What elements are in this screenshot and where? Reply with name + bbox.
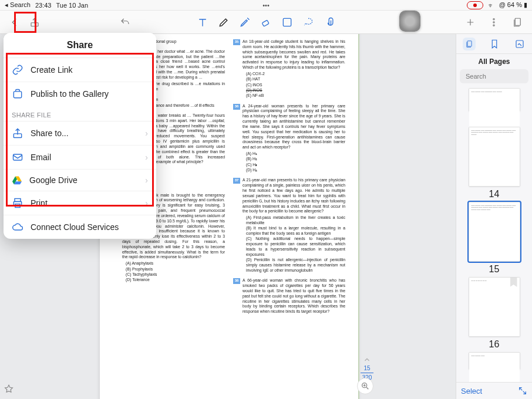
top-toolbar bbox=[0, 11, 532, 34]
row-label: Connect Cloud Services bbox=[31, 222, 119, 232]
battery-label: @ 64 % ▮ bbox=[499, 1, 527, 9]
chevron-right-icon: › bbox=[145, 198, 148, 208]
pages-sidebar: All Pages ▬▬ ▬▬▬ ▬▬ ▬▬▬▬ ▬▬ ▬▬▬ 13 ▬▬ ▬▬… bbox=[456, 34, 532, 399]
add-button[interactable] bbox=[462, 13, 479, 31]
row-label: Email bbox=[31, 153, 51, 162]
sidebar-title: All Pages bbox=[456, 54, 532, 69]
email-row[interactable]: Email › bbox=[4, 145, 156, 169]
more-button[interactable] bbox=[485, 13, 503, 31]
text-tool-icon[interactable] bbox=[195, 15, 210, 30]
row-label: Share to... bbox=[31, 129, 69, 138]
cloud-icon bbox=[12, 221, 23, 233]
print-icon bbox=[12, 197, 23, 209]
share-to-row[interactable]: Share to... › bbox=[4, 121, 156, 145]
shapes-tool-icon[interactable] bbox=[280, 15, 295, 30]
page-thumbnail[interactable]: ▬▬ ▬▬▬ ▬▬ ▬▬▬▬ ▬▬ ▬▬▬ bbox=[469, 88, 520, 111]
svg-rect-2 bbox=[283, 18, 291, 26]
chevron-right-icon: › bbox=[145, 129, 148, 138]
svg-point-5 bbox=[493, 21, 494, 22]
svg-point-6 bbox=[493, 25, 494, 26]
status-bar: ◂ Search 23:43 Tue 10 Jan ••• ᯤ @ 64 % ▮ bbox=[0, 0, 532, 11]
back-button[interactable] bbox=[6, 13, 23, 31]
google-drive-icon bbox=[12, 175, 22, 185]
question-number: 38 bbox=[233, 278, 240, 284]
expand-icon[interactable] bbox=[518, 386, 527, 395]
svg-point-4 bbox=[493, 18, 494, 19]
page-thumbnail[interactable]: ▬▬ ▬▬▬ ▬▬ ▬▬▬▬ ▬▬ ▬▬▬ ▬▬ ▬▬▬ ▬▬ ▬▬▬▬ ▬▬ … bbox=[469, 127, 520, 187]
search-input[interactable] bbox=[466, 73, 532, 80]
highlighter-tool-icon[interactable] bbox=[237, 15, 252, 30]
chevron-up-icon[interactable] bbox=[363, 356, 371, 364]
svg-rect-15 bbox=[15, 199, 21, 202]
page-thumbnail[interactable]: ▬ ▬ ▬ ▬ ▬ ▬ ▬ bbox=[469, 277, 520, 337]
favorite-button[interactable] bbox=[4, 384, 14, 397]
gallery-icon bbox=[12, 88, 23, 100]
page-thumbnail[interactable]: ▬▬ ▬▬▬ ▬▬ ▬▬▬▬ ▬▬ ▬▬▬ ▬▬ ▬▬▬ ▬▬ ▬▬▬▬ ▬▬ … bbox=[469, 202, 520, 262]
zoom-button[interactable] bbox=[357, 378, 373, 394]
chevron-right-icon: › bbox=[145, 175, 148, 185]
bookmarks-tab[interactable] bbox=[488, 38, 501, 50]
google-drive-row[interactable]: Google Drive › bbox=[4, 169, 156, 191]
svg-rect-12 bbox=[14, 92, 21, 98]
section-header: SHARE FILE bbox=[4, 106, 156, 121]
eraser-tool-icon[interactable] bbox=[258, 15, 274, 30]
select-pages-button[interactable]: Select bbox=[461, 387, 482, 395]
svg-rect-9 bbox=[467, 40, 472, 46]
question-number: 36 bbox=[233, 104, 240, 110]
screen-record-indicator[interactable] bbox=[467, 1, 483, 9]
sidebar-search[interactable] bbox=[460, 69, 528, 83]
email-icon bbox=[12, 151, 23, 163]
row-label: Google Drive bbox=[29, 175, 78, 185]
thumbnail-page-number: 14 bbox=[489, 189, 500, 200]
cloud-services-row[interactable]: Connect Cloud Services bbox=[4, 215, 156, 239]
thumbnails-tab[interactable] bbox=[463, 38, 476, 50]
page-thumbnail[interactable]: ▬▬ ▬▬▬ ▬▬ bbox=[469, 352, 520, 370]
publish-gallery-row[interactable]: Publish to the Gallery bbox=[4, 82, 156, 106]
pen-tool-icon[interactable] bbox=[216, 15, 231, 30]
create-link-row[interactable]: Create Link bbox=[4, 58, 156, 82]
svg-rect-7 bbox=[515, 18, 520, 25]
page-right-column: 35 An 18-year-old college student is han… bbox=[233, 39, 345, 315]
print-row[interactable]: Print › bbox=[4, 191, 156, 215]
drawing-tools bbox=[195, 15, 337, 30]
wifi-icon: ᯤ bbox=[488, 2, 494, 9]
svg-rect-1 bbox=[262, 20, 269, 26]
assistive-touch-icon[interactable] bbox=[399, 11, 420, 32]
popover-title: Share bbox=[4, 33, 156, 58]
pages-panel-button[interactable] bbox=[509, 13, 526, 31]
share-popover: Share Create Link Publish to the Gallery… bbox=[4, 33, 156, 239]
undo-button[interactable] bbox=[116, 13, 134, 31]
attach-tool-icon[interactable] bbox=[322, 15, 337, 30]
question-number: 37 bbox=[233, 178, 240, 184]
share-icon bbox=[12, 127, 23, 139]
clock: 23:43 bbox=[35, 2, 52, 9]
back-to-app[interactable]: ◂ Search bbox=[5, 1, 31, 9]
drag-indicator: ••• bbox=[262, 2, 270, 9]
row-label: Create Link bbox=[31, 65, 73, 75]
row-label: Publish to the Gallery bbox=[31, 89, 109, 99]
chevron-right-icon: › bbox=[145, 153, 148, 162]
lasso-tool-icon[interactable] bbox=[301, 15, 316, 30]
link-icon bbox=[12, 64, 23, 76]
date: Tue 10 Jan bbox=[56, 2, 88, 9]
thumbnail-page-number: 16 bbox=[489, 339, 500, 350]
svg-rect-14 bbox=[14, 154, 22, 160]
row-label: Print bbox=[31, 198, 48, 208]
annotations-tab[interactable] bbox=[513, 38, 526, 50]
thumbnail-page-number: 15 bbox=[489, 264, 500, 275]
share-button[interactable] bbox=[26, 13, 43, 31]
question-number: 35 bbox=[233, 39, 240, 45]
